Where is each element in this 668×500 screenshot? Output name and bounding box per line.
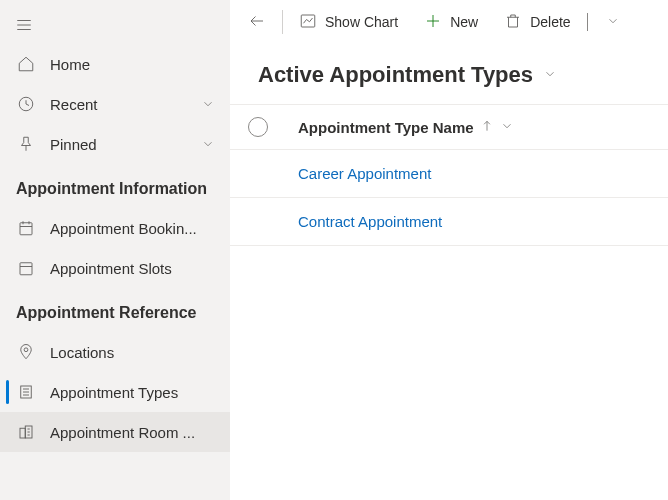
nav-label: Home (50, 56, 216, 73)
section-header-appointment-info: Appointment Information (0, 164, 230, 208)
column-header-name[interactable]: Appointment Type Name (298, 119, 514, 136)
hamburger-icon (14, 16, 34, 34)
svg-rect-5 (20, 223, 32, 235)
command-label: New (450, 14, 478, 30)
svg-point-11 (24, 348, 28, 352)
command-label: Delete (530, 14, 570, 30)
app-root: Home Recent Pinned Appointment Informati… (0, 0, 668, 500)
building-icon (16, 423, 36, 441)
grid-header: Appointment Type Name (230, 104, 668, 150)
back-arrow-icon (248, 12, 266, 33)
sort-asc-icon (480, 119, 494, 136)
chevron-down-icon (606, 14, 620, 31)
nav-label: Pinned (50, 136, 186, 153)
nav-pinned[interactable]: Pinned (0, 124, 230, 164)
home-icon (16, 55, 36, 73)
clock-icon (16, 95, 36, 113)
command-label: Show Chart (325, 14, 398, 30)
column-header-label: Appointment Type Name (298, 119, 474, 136)
new-button[interactable]: New (412, 2, 490, 42)
svg-rect-16 (20, 428, 25, 438)
trash-icon (504, 12, 522, 33)
view-title: Active Appointment Types (258, 62, 533, 88)
nav-recent[interactable]: Recent (0, 84, 230, 124)
grid: Appointment Type Name Career Appointment… (230, 104, 668, 246)
chevron-down-icon (200, 137, 216, 151)
nav-appointment-types[interactable]: Appointment Types (0, 372, 230, 412)
table-row[interactable]: Contract Appointment (230, 198, 668, 246)
nav-appointment-rooms[interactable]: Appointment Room ... (0, 412, 230, 452)
delete-button[interactable]: Delete (492, 2, 597, 42)
command-separator (282, 10, 283, 34)
list-icon (16, 383, 36, 401)
record-link[interactable]: Contract Appointment (298, 213, 442, 230)
nav-appointment-slots[interactable]: Appointment Slots (0, 248, 230, 288)
nav-label: Appointment Bookin... (50, 220, 216, 237)
chevron-down-icon (543, 67, 557, 84)
show-chart-button[interactable]: Show Chart (287, 2, 410, 42)
select-all-checkbox[interactable] (248, 117, 268, 137)
sidebar: Home Recent Pinned Appointment Informati… (0, 0, 230, 500)
main-area: Show Chart New Delete (230, 0, 668, 500)
location-icon (16, 343, 36, 361)
svg-rect-9 (20, 263, 32, 275)
plus-icon (424, 12, 442, 33)
nav-home[interactable]: Home (0, 44, 230, 84)
chevron-down-icon (500, 119, 514, 136)
back-button[interactable] (236, 2, 278, 42)
delete-split-chevron[interactable] (600, 2, 626, 42)
chart-icon (299, 12, 317, 33)
chevron-down-icon (200, 97, 216, 111)
section-header-appointment-ref: Appointment Reference (0, 288, 230, 332)
slots-icon (16, 259, 36, 277)
hamburger-button[interactable] (0, 6, 230, 44)
calendar-icon (16, 219, 36, 237)
pin-icon (16, 135, 36, 153)
record-link[interactable]: Career Appointment (298, 165, 431, 182)
nav-label: Appointment Slots (50, 260, 216, 277)
command-bar: Show Chart New Delete (230, 0, 668, 44)
nav-locations[interactable]: Locations (0, 332, 230, 372)
nav-label: Locations (50, 344, 216, 361)
nav-appointment-bookings[interactable]: Appointment Bookin... (0, 208, 230, 248)
split-separator (587, 13, 588, 31)
nav-label: Appointment Types (50, 384, 216, 401)
table-row[interactable]: Career Appointment (230, 150, 668, 198)
nav-label: Appointment Room ... (50, 424, 216, 441)
view-title-row[interactable]: Active Appointment Types (230, 44, 668, 104)
nav-label: Recent (50, 96, 186, 113)
